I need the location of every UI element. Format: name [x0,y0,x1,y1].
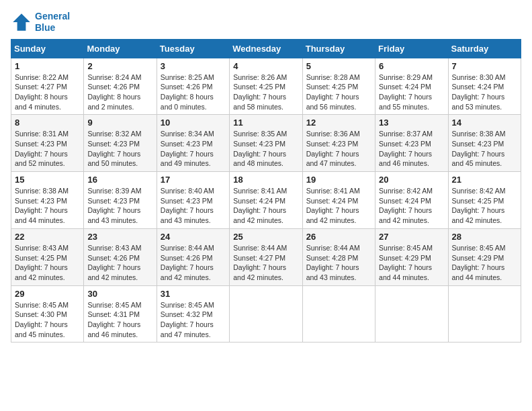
calendar-cell: 2 Sunrise: 8:24 AM Sunset: 4:26 PM Dayli… [84,58,157,115]
day-info: Sunrise: 8:45 AM Sunset: 4:32 PM Dayligh… [161,300,226,340]
day-number: 4 [233,61,298,71]
calendar-cell: 30 Sunrise: 8:45 AM Sunset: 4:31 PM Dayl… [84,285,157,342]
calendar-cell: 21 Sunrise: 8:42 AM Sunset: 4:25 PM Dayl… [448,172,521,229]
weekday-header: Tuesday [157,39,229,58]
logo: General Blue [11,11,70,34]
day-number: 28 [452,232,517,242]
day-number: 19 [306,175,371,185]
day-number: 15 [15,175,80,185]
day-info: Sunrise: 8:24 AM Sunset: 4:26 PM Dayligh… [87,73,152,112]
day-info: Sunrise: 8:38 AM Sunset: 4:23 PM Dayligh… [452,129,517,169]
calendar-cell: 18 Sunrise: 8:41 AM Sunset: 4:24 PM Dayl… [230,172,302,229]
day-info: Sunrise: 8:45 AM Sunset: 4:29 PM Dayligh… [379,243,444,283]
day-number: 10 [161,118,226,128]
calendar-cell: 19 Sunrise: 8:41 AM Sunset: 4:24 PM Dayl… [302,172,375,229]
day-number: 3 [161,61,226,71]
day-info: Sunrise: 8:45 AM Sunset: 4:31 PM Dayligh… [87,300,152,340]
calendar-cell: 3 Sunrise: 8:25 AM Sunset: 4:26 PM Dayli… [157,58,229,115]
day-info: Sunrise: 8:28 AM Sunset: 4:25 PM Dayligh… [306,73,371,112]
day-number: 24 [161,232,226,242]
weekday-header: Friday [375,39,448,58]
calendar-cell: 10 Sunrise: 8:34 AM Sunset: 4:23 PM Dayl… [157,115,229,172]
logo-icon [11,11,32,33]
day-info: Sunrise: 8:44 AM Sunset: 4:27 PM Dayligh… [233,243,298,283]
day-info: Sunrise: 8:22 AM Sunset: 4:27 PM Dayligh… [15,73,80,112]
day-number: 17 [161,175,226,185]
day-info: Sunrise: 8:40 AM Sunset: 4:23 PM Dayligh… [161,186,226,226]
calendar-cell: 26 Sunrise: 8:44 AM Sunset: 4:28 PM Dayl… [302,228,375,285]
weekday-header: Sunday [11,39,84,58]
calendar-cell: 9 Sunrise: 8:32 AM Sunset: 4:23 PM Dayli… [84,115,157,172]
svg-marker-0 [13,13,30,31]
day-info: Sunrise: 8:41 AM Sunset: 4:24 PM Dayligh… [306,186,371,226]
calendar-cell: 6 Sunrise: 8:29 AM Sunset: 4:24 PM Dayli… [375,58,448,115]
day-info: Sunrise: 8:26 AM Sunset: 4:25 PM Dayligh… [233,73,298,112]
day-number: 8 [15,118,80,128]
calendar-table: SundayMondayTuesdayWednesdayThursdayFrid… [11,39,521,343]
day-number: 23 [87,232,152,242]
day-number: 5 [306,61,371,71]
day-info: Sunrise: 8:37 AM Sunset: 4:23 PM Dayligh… [379,129,444,169]
calendar-cell [230,285,302,342]
day-info: Sunrise: 8:34 AM Sunset: 4:23 PM Dayligh… [161,129,226,169]
day-number: 9 [87,118,152,128]
weekday-header: Wednesday [230,39,302,58]
page-header: General Blue [11,11,521,34]
day-number: 27 [379,232,444,242]
day-info: Sunrise: 8:43 AM Sunset: 4:25 PM Dayligh… [15,243,80,283]
day-number: 18 [233,175,298,185]
calendar-cell: 23 Sunrise: 8:43 AM Sunset: 4:26 PM Dayl… [84,228,157,285]
day-number: 26 [306,232,371,242]
weekday-header: Monday [84,39,157,58]
calendar-cell: 13 Sunrise: 8:37 AM Sunset: 4:23 PM Dayl… [375,115,448,172]
day-info: Sunrise: 8:41 AM Sunset: 4:24 PM Dayligh… [233,186,298,226]
day-number: 2 [87,61,152,71]
calendar-cell: 16 Sunrise: 8:39 AM Sunset: 4:23 PM Dayl… [84,172,157,229]
day-info: Sunrise: 8:29 AM Sunset: 4:24 PM Dayligh… [379,73,444,112]
day-info: Sunrise: 8:45 AM Sunset: 4:30 PM Dayligh… [15,300,80,340]
calendar-cell: 29 Sunrise: 8:45 AM Sunset: 4:30 PM Dayl… [11,285,84,342]
calendar-cell: 7 Sunrise: 8:30 AM Sunset: 4:24 PM Dayli… [448,58,521,115]
logo-text: General Blue [35,11,70,34]
day-info: Sunrise: 8:38 AM Sunset: 4:23 PM Dayligh… [15,186,80,226]
calendar-cell [448,285,521,342]
day-info: Sunrise: 8:36 AM Sunset: 4:23 PM Dayligh… [306,129,371,169]
day-number: 29 [15,289,80,299]
day-info: Sunrise: 8:30 AM Sunset: 4:24 PM Dayligh… [452,73,517,112]
day-number: 13 [379,118,444,128]
calendar-cell: 11 Sunrise: 8:35 AM Sunset: 4:23 PM Dayl… [230,115,302,172]
day-info: Sunrise: 8:35 AM Sunset: 4:23 PM Dayligh… [233,129,298,169]
calendar-cell: 24 Sunrise: 8:44 AM Sunset: 4:26 PM Dayl… [157,228,229,285]
day-number: 30 [87,289,152,299]
calendar-cell: 17 Sunrise: 8:40 AM Sunset: 4:23 PM Dayl… [157,172,229,229]
day-info: Sunrise: 8:43 AM Sunset: 4:26 PM Dayligh… [87,243,152,283]
day-info: Sunrise: 8:32 AM Sunset: 4:23 PM Dayligh… [87,129,152,169]
calendar-cell: 14 Sunrise: 8:38 AM Sunset: 4:23 PM Dayl… [448,115,521,172]
day-info: Sunrise: 8:44 AM Sunset: 4:26 PM Dayligh… [161,243,226,283]
day-number: 1 [15,61,80,71]
calendar-cell [302,285,375,342]
weekday-header: Thursday [302,39,375,58]
calendar-cell: 25 Sunrise: 8:44 AM Sunset: 4:27 PM Dayl… [230,228,302,285]
day-info: Sunrise: 8:45 AM Sunset: 4:29 PM Dayligh… [452,243,517,283]
day-info: Sunrise: 8:42 AM Sunset: 4:25 PM Dayligh… [452,186,517,226]
calendar-cell: 31 Sunrise: 8:45 AM Sunset: 4:32 PM Dayl… [157,285,229,342]
day-number: 25 [233,232,298,242]
calendar-cell [375,285,448,342]
day-number: 16 [87,175,152,185]
day-info: Sunrise: 8:42 AM Sunset: 4:24 PM Dayligh… [379,186,444,226]
calendar-cell: 4 Sunrise: 8:26 AM Sunset: 4:25 PM Dayli… [230,58,302,115]
day-number: 7 [452,61,517,71]
day-info: Sunrise: 8:31 AM Sunset: 4:23 PM Dayligh… [15,129,80,169]
calendar-cell: 5 Sunrise: 8:28 AM Sunset: 4:25 PM Dayli… [302,58,375,115]
day-info: Sunrise: 8:44 AM Sunset: 4:28 PM Dayligh… [306,243,371,283]
calendar-cell: 15 Sunrise: 8:38 AM Sunset: 4:23 PM Dayl… [11,172,84,229]
day-number: 12 [306,118,371,128]
calendar-cell: 20 Sunrise: 8:42 AM Sunset: 4:24 PM Dayl… [375,172,448,229]
calendar-cell: 1 Sunrise: 8:22 AM Sunset: 4:27 PM Dayli… [11,58,84,115]
day-number: 22 [15,232,80,242]
calendar-cell: 12 Sunrise: 8:36 AM Sunset: 4:23 PM Dayl… [302,115,375,172]
calendar-cell: 28 Sunrise: 8:45 AM Sunset: 4:29 PM Dayl… [448,228,521,285]
calendar-cell: 27 Sunrise: 8:45 AM Sunset: 4:29 PM Dayl… [375,228,448,285]
day-number: 31 [161,289,226,299]
